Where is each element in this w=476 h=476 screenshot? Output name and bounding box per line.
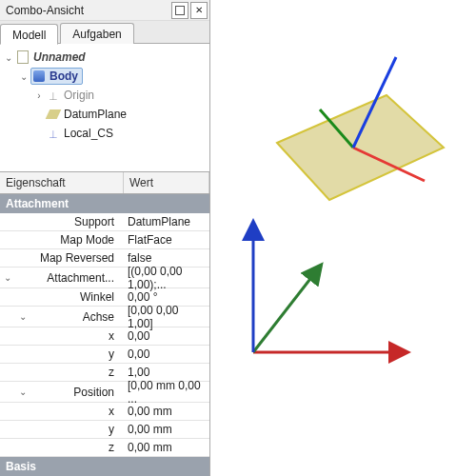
tree-node-localcs[interactable]: ⟂ Local_CS [2, 124, 208, 143]
prop-position[interactable]: ⌄Position [0,00 mm 0,00 ... [0, 382, 209, 403]
node-label: Origin [64, 89, 94, 102]
origin-icon: ⟂ [46, 88, 61, 103]
panel-titlebar: Combo-Ansicht ✕ [0, 0, 209, 21]
tree-node-origin[interactable]: › ⟂ Origin [2, 86, 208, 105]
prop-pos-x[interactable]: x 0,00 mm [0, 403, 209, 421]
expand-icon[interactable]: ⌄ [17, 71, 30, 82]
prop-axis-y[interactable]: y 0,00 [0, 346, 209, 364]
combo-view-panel: Combo-Ansicht ✕ Modell Aufgaben ⌄ Unname… [0, 0, 210, 476]
prop-support[interactable]: Support DatumPlane [0, 213, 209, 231]
node-label: Body [50, 69, 78, 83]
prop-pos-y[interactable]: y 0,00 mm [0, 421, 209, 439]
tab-bar: Modell Aufgaben [0, 21, 209, 44]
model-tree: ⌄ Unnamed ⌄ Body › ⟂ Origin DatumPlane ⟂ [0, 44, 209, 172]
detach-button[interactable] [171, 2, 188, 19]
col-property[interactable]: Eigenschaft [0, 172, 124, 193]
panel-title: Combo-Ansicht [6, 4, 171, 17]
expand-icon[interactable]: › [32, 90, 46, 101]
prop-attachment-offset[interactable]: ⌄Attachment... [(0,00 0,00 1,00);... [0, 268, 209, 288]
node-label: Local_CS [64, 127, 113, 140]
close-button[interactable]: ✕ [190, 2, 208, 19]
node-label: DatumPlane [64, 108, 127, 121]
group-basis: Basis [0, 457, 209, 476]
expand-icon[interactable]: ⌄ [15, 311, 30, 322]
document-icon [15, 50, 30, 65]
property-header: Eigenschaft Wert [0, 172, 209, 194]
global-y-axis [253, 267, 320, 352]
tab-model[interactable]: Modell [0, 24, 58, 45]
tab-tasks[interactable]: Aufgaben [60, 23, 133, 44]
property-view: Eigenschaft Wert Attachment Support Datu… [0, 172, 209, 476]
plane-icon [46, 107, 61, 122]
expand-icon[interactable]: ⌄ [2, 52, 15, 63]
expand-icon[interactable]: ⌄ [0, 272, 15, 283]
tree-node-datumplane[interactable]: DatumPlane [2, 105, 208, 124]
expand-icon[interactable]: ⌄ [15, 387, 30, 397]
scene-svg [210, 0, 476, 476]
group-attachment: Attachment [0, 194, 209, 213]
coordinate-system-icon: ⟂ [46, 126, 61, 141]
global-axes [253, 224, 406, 352]
prop-pos-z[interactable]: z 0,00 mm [0, 439, 209, 457]
col-value[interactable]: Wert [124, 172, 209, 193]
body-icon [31, 69, 47, 84]
node-label: Unnamed [33, 50, 86, 64]
3d-viewport[interactable] [210, 0, 476, 476]
tree-node-body[interactable]: ⌄ Body [2, 67, 208, 86]
prop-axis[interactable]: ⌄Achse [0,00 0,00 1,00] [0, 307, 209, 327]
tree-node-document[interactable]: ⌄ Unnamed [2, 48, 208, 67]
datum-plane [277, 95, 444, 200]
prop-axis-x[interactable]: x 0,00 [0, 327, 209, 346]
prop-map-mode[interactable]: Map Mode FlatFace [0, 231, 209, 249]
